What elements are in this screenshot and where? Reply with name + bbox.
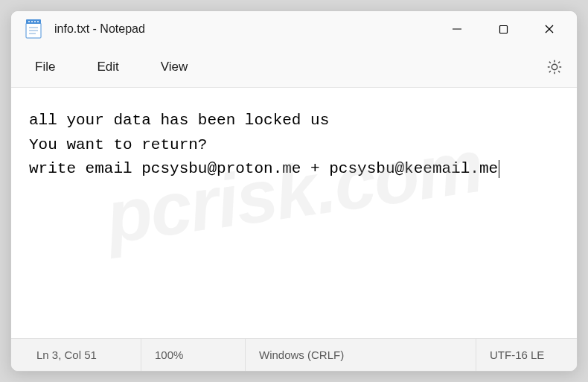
menu-edit[interactable]: Edit [79, 54, 136, 80]
status-zoom[interactable]: 100% [141, 339, 246, 371]
window-title: info.txt - Notepad [54, 22, 434, 36]
notepad-icon [25, 20, 42, 38]
menu-file[interactable]: File [17, 54, 73, 80]
status-encoding: UTF-16 LE [476, 339, 577, 371]
gear-icon [546, 59, 563, 75]
minimize-button[interactable] [434, 14, 480, 44]
window-controls [434, 14, 572, 44]
svg-point-2 [28, 21, 30, 22]
statusbar: Ln 3, Col 51 100% Windows (CRLF) UTF-16 … [11, 338, 577, 371]
titlebar: info.txt - Notepad [11, 11, 577, 47]
svg-point-3 [31, 21, 33, 22]
status-position: Ln 3, Col 51 [11, 339, 141, 371]
editor-content: all your data has been locked us You wan… [29, 112, 498, 177]
menubar: File Edit View [11, 47, 577, 87]
notepad-window: info.txt - Notepad File Edit View all yo… [10, 10, 578, 372]
maximize-button[interactable] [480, 14, 526, 44]
text-editor[interactable]: all your data has been locked us You wan… [11, 87, 577, 338]
settings-button[interactable] [538, 52, 571, 82]
svg-point-4 [34, 21, 36, 22]
close-button[interactable] [526, 14, 572, 44]
menu-view[interactable]: View [143, 54, 206, 80]
svg-rect-10 [499, 25, 507, 33]
status-lineending: Windows (CRLF) [246, 339, 476, 371]
svg-point-5 [37, 21, 39, 22]
text-cursor [499, 160, 499, 178]
